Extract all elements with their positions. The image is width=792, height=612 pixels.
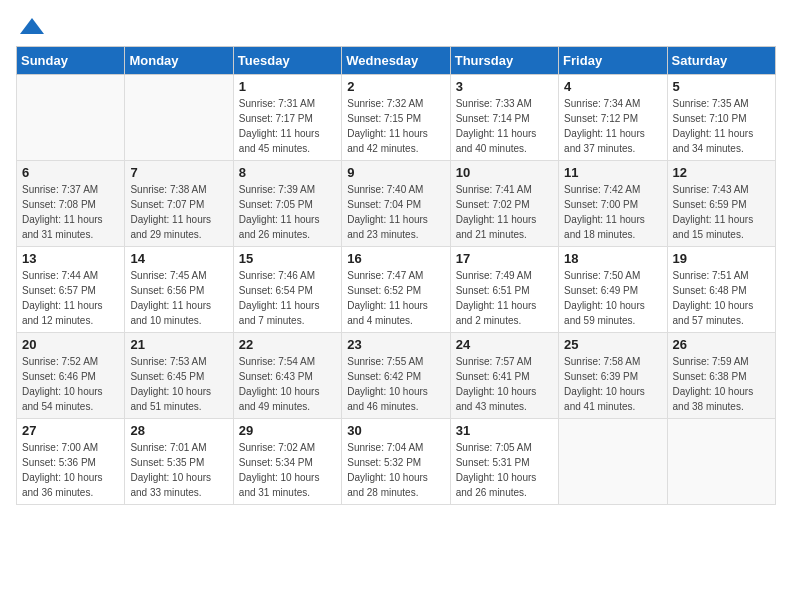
calendar-cell: 25Sunrise: 7:58 AMSunset: 6:39 PMDayligh…: [559, 333, 667, 419]
calendar-week-4: 20Sunrise: 7:52 AMSunset: 6:46 PMDayligh…: [17, 333, 776, 419]
day-info: Sunrise: 7:39 AMSunset: 7:05 PMDaylight:…: [239, 182, 336, 242]
calendar-cell: [667, 419, 775, 505]
day-info: Sunrise: 7:58 AMSunset: 6:39 PMDaylight:…: [564, 354, 661, 414]
day-info: Sunrise: 7:44 AMSunset: 6:57 PMDaylight:…: [22, 268, 119, 328]
day-number: 30: [347, 423, 444, 438]
day-number: 15: [239, 251, 336, 266]
day-info: Sunrise: 7:02 AMSunset: 5:34 PMDaylight:…: [239, 440, 336, 500]
calendar-cell: 21Sunrise: 7:53 AMSunset: 6:45 PMDayligh…: [125, 333, 233, 419]
day-number: 21: [130, 337, 227, 352]
calendar-cell: 3Sunrise: 7:33 AMSunset: 7:14 PMDaylight…: [450, 75, 558, 161]
weekday-header-monday: Monday: [125, 47, 233, 75]
calendar-cell: [17, 75, 125, 161]
day-info: Sunrise: 7:51 AMSunset: 6:48 PMDaylight:…: [673, 268, 770, 328]
calendar-cell: 24Sunrise: 7:57 AMSunset: 6:41 PMDayligh…: [450, 333, 558, 419]
day-info: Sunrise: 7:04 AMSunset: 5:32 PMDaylight:…: [347, 440, 444, 500]
day-info: Sunrise: 7:37 AMSunset: 7:08 PMDaylight:…: [22, 182, 119, 242]
calendar-cell: 16Sunrise: 7:47 AMSunset: 6:52 PMDayligh…: [342, 247, 450, 333]
day-info: Sunrise: 7:32 AMSunset: 7:15 PMDaylight:…: [347, 96, 444, 156]
day-info: Sunrise: 7:53 AMSunset: 6:45 PMDaylight:…: [130, 354, 227, 414]
day-info: Sunrise: 7:41 AMSunset: 7:02 PMDaylight:…: [456, 182, 553, 242]
day-number: 12: [673, 165, 770, 180]
page-header: [16, 16, 776, 34]
day-info: Sunrise: 7:01 AMSunset: 5:35 PMDaylight:…: [130, 440, 227, 500]
day-info: Sunrise: 7:34 AMSunset: 7:12 PMDaylight:…: [564, 96, 661, 156]
calendar-cell: [125, 75, 233, 161]
day-number: 1: [239, 79, 336, 94]
day-number: 28: [130, 423, 227, 438]
calendar-cell: 28Sunrise: 7:01 AMSunset: 5:35 PMDayligh…: [125, 419, 233, 505]
day-number: 27: [22, 423, 119, 438]
day-info: Sunrise: 7:47 AMSunset: 6:52 PMDaylight:…: [347, 268, 444, 328]
calendar-cell: 27Sunrise: 7:00 AMSunset: 5:36 PMDayligh…: [17, 419, 125, 505]
calendar-cell: 12Sunrise: 7:43 AMSunset: 6:59 PMDayligh…: [667, 161, 775, 247]
day-number: 31: [456, 423, 553, 438]
calendar-cell: 31Sunrise: 7:05 AMSunset: 5:31 PMDayligh…: [450, 419, 558, 505]
day-number: 14: [130, 251, 227, 266]
calendar-cell: 4Sunrise: 7:34 AMSunset: 7:12 PMDaylight…: [559, 75, 667, 161]
day-number: 23: [347, 337, 444, 352]
weekday-header-saturday: Saturday: [667, 47, 775, 75]
calendar-cell: 10Sunrise: 7:41 AMSunset: 7:02 PMDayligh…: [450, 161, 558, 247]
day-info: Sunrise: 7:46 AMSunset: 6:54 PMDaylight:…: [239, 268, 336, 328]
calendar-cell: 5Sunrise: 7:35 AMSunset: 7:10 PMDaylight…: [667, 75, 775, 161]
day-info: Sunrise: 7:57 AMSunset: 6:41 PMDaylight:…: [456, 354, 553, 414]
day-info: Sunrise: 7:42 AMSunset: 7:00 PMDaylight:…: [564, 182, 661, 242]
calendar-cell: 29Sunrise: 7:02 AMSunset: 5:34 PMDayligh…: [233, 419, 341, 505]
day-number: 16: [347, 251, 444, 266]
weekday-header-tuesday: Tuesday: [233, 47, 341, 75]
day-info: Sunrise: 7:49 AMSunset: 6:51 PMDaylight:…: [456, 268, 553, 328]
calendar-cell: 6Sunrise: 7:37 AMSunset: 7:08 PMDaylight…: [17, 161, 125, 247]
day-number: 8: [239, 165, 336, 180]
day-number: 20: [22, 337, 119, 352]
day-info: Sunrise: 7:40 AMSunset: 7:04 PMDaylight:…: [347, 182, 444, 242]
day-number: 11: [564, 165, 661, 180]
calendar-cell: 13Sunrise: 7:44 AMSunset: 6:57 PMDayligh…: [17, 247, 125, 333]
day-number: 3: [456, 79, 553, 94]
calendar-cell: 8Sunrise: 7:39 AMSunset: 7:05 PMDaylight…: [233, 161, 341, 247]
day-number: 5: [673, 79, 770, 94]
weekday-header-friday: Friday: [559, 47, 667, 75]
weekday-header-row: SundayMondayTuesdayWednesdayThursdayFrid…: [17, 47, 776, 75]
calendar-cell: 30Sunrise: 7:04 AMSunset: 5:32 PMDayligh…: [342, 419, 450, 505]
day-info: Sunrise: 7:31 AMSunset: 7:17 PMDaylight:…: [239, 96, 336, 156]
calendar-cell: [559, 419, 667, 505]
calendar-cell: 26Sunrise: 7:59 AMSunset: 6:38 PMDayligh…: [667, 333, 775, 419]
day-number: 7: [130, 165, 227, 180]
calendar-week-3: 13Sunrise: 7:44 AMSunset: 6:57 PMDayligh…: [17, 247, 776, 333]
day-info: Sunrise: 7:54 AMSunset: 6:43 PMDaylight:…: [239, 354, 336, 414]
weekday-header-wednesday: Wednesday: [342, 47, 450, 75]
day-number: 13: [22, 251, 119, 266]
day-info: Sunrise: 7:43 AMSunset: 6:59 PMDaylight:…: [673, 182, 770, 242]
calendar-cell: 14Sunrise: 7:45 AMSunset: 6:56 PMDayligh…: [125, 247, 233, 333]
day-number: 19: [673, 251, 770, 266]
calendar-cell: 15Sunrise: 7:46 AMSunset: 6:54 PMDayligh…: [233, 247, 341, 333]
day-number: 4: [564, 79, 661, 94]
day-number: 25: [564, 337, 661, 352]
calendar-cell: 11Sunrise: 7:42 AMSunset: 7:00 PMDayligh…: [559, 161, 667, 247]
calendar-cell: 17Sunrise: 7:49 AMSunset: 6:51 PMDayligh…: [450, 247, 558, 333]
day-info: Sunrise: 7:45 AMSunset: 6:56 PMDaylight:…: [130, 268, 227, 328]
calendar-cell: 22Sunrise: 7:54 AMSunset: 6:43 PMDayligh…: [233, 333, 341, 419]
calendar-cell: 23Sunrise: 7:55 AMSunset: 6:42 PMDayligh…: [342, 333, 450, 419]
day-info: Sunrise: 7:59 AMSunset: 6:38 PMDaylight:…: [673, 354, 770, 414]
calendar-table: SundayMondayTuesdayWednesdayThursdayFrid…: [16, 46, 776, 505]
day-info: Sunrise: 7:38 AMSunset: 7:07 PMDaylight:…: [130, 182, 227, 242]
day-info: Sunrise: 7:35 AMSunset: 7:10 PMDaylight:…: [673, 96, 770, 156]
calendar-cell: 20Sunrise: 7:52 AMSunset: 6:46 PMDayligh…: [17, 333, 125, 419]
calendar-cell: 7Sunrise: 7:38 AMSunset: 7:07 PMDaylight…: [125, 161, 233, 247]
day-number: 29: [239, 423, 336, 438]
day-info: Sunrise: 7:52 AMSunset: 6:46 PMDaylight:…: [22, 354, 119, 414]
day-number: 9: [347, 165, 444, 180]
calendar-cell: 1Sunrise: 7:31 AMSunset: 7:17 PMDaylight…: [233, 75, 341, 161]
calendar-cell: 2Sunrise: 7:32 AMSunset: 7:15 PMDaylight…: [342, 75, 450, 161]
day-number: 10: [456, 165, 553, 180]
day-number: 22: [239, 337, 336, 352]
calendar-cell: 18Sunrise: 7:50 AMSunset: 6:49 PMDayligh…: [559, 247, 667, 333]
day-number: 26: [673, 337, 770, 352]
weekday-header-thursday: Thursday: [450, 47, 558, 75]
calendar-week-2: 6Sunrise: 7:37 AMSunset: 7:08 PMDaylight…: [17, 161, 776, 247]
day-number: 17: [456, 251, 553, 266]
calendar-week-1: 1Sunrise: 7:31 AMSunset: 7:17 PMDaylight…: [17, 75, 776, 161]
day-info: Sunrise: 7:50 AMSunset: 6:49 PMDaylight:…: [564, 268, 661, 328]
